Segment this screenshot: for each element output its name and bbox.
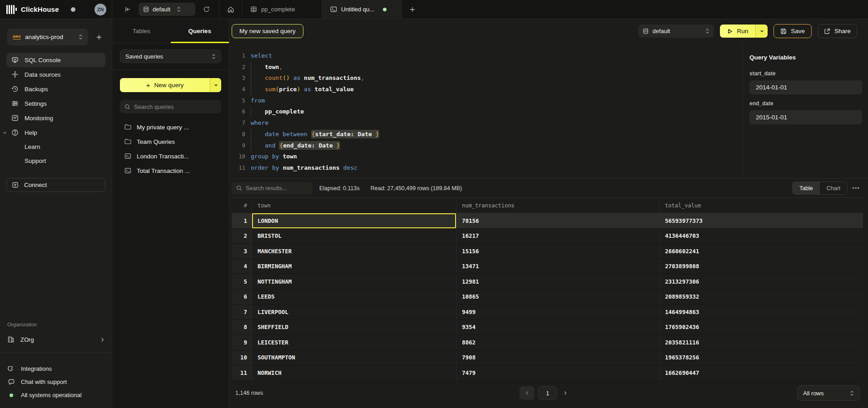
saved-query-item[interactable]: My private query ... <box>112 120 229 134</box>
search-queries-input[interactable] <box>134 103 217 110</box>
sidebar-item-learn[interactable]: Learn <box>6 140 105 154</box>
connect-button[interactable]: Connect <box>6 178 105 192</box>
sql-editor[interactable]: 1select2town,3count() as num_transaction… <box>229 43 743 178</box>
table-cell[interactable]: 2703899808 <box>660 259 863 274</box>
table-row[interactable]: 10SOUTHAMPTON79081965378256 <box>232 350 863 366</box>
table-cell[interactable]: 7908 <box>456 350 660 365</box>
row-number-cell[interactable]: 10 <box>232 350 252 365</box>
collapse-sidebar-button[interactable] <box>121 3 134 16</box>
row-number-cell[interactable]: 11 <box>232 365 252 380</box>
page-size-select[interactable]: All rows <box>797 385 860 401</box>
sidebar-item-data-sources[interactable]: Data sources <box>6 67 105 82</box>
table-row[interactable]: 1LONDON7815656593977373 <box>232 213 863 229</box>
table-row[interactable]: 9LEICESTER88622035821116 <box>232 335 863 350</box>
table-row[interactable]: 5NOTTINGHAM129812313297306 <box>232 274 863 290</box>
row-number-cell[interactable]: 5 <box>232 274 252 289</box>
row-number-cell[interactable]: 8 <box>232 320 252 335</box>
home-tab[interactable] <box>219 0 242 19</box>
table-cell[interactable]: LIVERPOOL <box>252 305 456 320</box>
code-line[interactable]: 11order by num_transactions desc <box>229 162 743 174</box>
table-cell[interactable]: NOTTINGHAM <box>252 274 456 289</box>
table-cell[interactable]: 56593977373 <box>660 213 863 228</box>
saved-query-name-pill[interactable]: My new saved query <box>232 24 303 38</box>
search-queries-box[interactable] <box>120 100 221 113</box>
table-row[interactable]: 7LIVERPOOL94991464994863 <box>232 305 863 320</box>
code-line[interactable]: 4sum(price) as total_value <box>229 84 743 95</box>
start-date-input[interactable] <box>749 80 862 94</box>
new-query-dropdown-button[interactable] <box>210 78 221 92</box>
table-cell[interactable]: 2035821116 <box>660 335 863 350</box>
tab-untitled-query[interactable]: Untitled qu... <box>322 0 402 19</box>
code-line[interactable]: 8date between {start_date: Date } <box>229 129 743 140</box>
avatar[interactable]: ZN <box>94 4 106 15</box>
table-cell[interactable]: 10865 <box>456 290 660 305</box>
sidebar-item-sql-console[interactable]: SQL Console <box>6 53 105 67</box>
run-button[interactable]: Run <box>720 25 768 38</box>
workspace-selector[interactable]: aws analytics-prod <box>7 29 88 45</box>
column-header[interactable]: town <box>252 198 456 213</box>
table-row[interactable]: 8SHEFFIELD93541765902436 <box>232 320 863 335</box>
previous-page-button[interactable] <box>520 386 535 400</box>
row-number-cell[interactable]: 9 <box>232 335 252 350</box>
column-header[interactable]: num_transactions <box>456 198 660 213</box>
table-cell[interactable]: 4136446703 <box>660 229 863 244</box>
table-cell[interactable]: 8862 <box>456 335 660 350</box>
table-cell[interactable]: 12981 <box>456 274 660 289</box>
table-row[interactable]: 2BRISTOL162174136446703 <box>232 229 863 244</box>
table-cell[interactable]: 1464994863 <box>660 305 863 320</box>
table-cell[interactable]: LEICESTER <box>252 335 456 350</box>
sidebar-item-integrations[interactable]: Integrations <box>0 362 112 375</box>
table-cell[interactable]: BIRMINGHAM <box>252 259 456 274</box>
current-page-indicator[interactable]: 1 <box>538 386 557 400</box>
saved-queries-filter-select[interactable]: Saved queries <box>120 49 221 63</box>
code-line[interactable]: 1select <box>229 50 743 62</box>
code-line[interactable]: 3count() as num_transactions, <box>229 73 743 84</box>
run-options-button[interactable] <box>755 25 768 38</box>
table-cell[interactable]: 2660602241 <box>660 244 863 259</box>
code-line[interactable]: 6pp_complete <box>229 106 743 118</box>
code-line[interactable]: 5from <box>229 95 743 107</box>
table-cell[interactable]: LEEDS <box>252 290 456 305</box>
sidebar-item-chat-support[interactable]: Chat with support <box>0 375 112 388</box>
next-page-button[interactable] <box>561 391 570 395</box>
saved-query-item[interactable]: Team Queries <box>112 134 229 149</box>
view-chart-button[interactable]: Chart <box>820 182 848 194</box>
table-cell[interactable]: 1765902436 <box>660 320 863 335</box>
table-cell[interactable]: 9499 <box>456 305 660 320</box>
sidebar-item-settings[interactable]: Settings <box>6 96 105 111</box>
saved-query-item[interactable]: Total Transaction ... <box>112 163 229 178</box>
table-cell[interactable]: 1965378256 <box>660 350 863 365</box>
saved-query-item[interactable]: London Transacti... <box>112 149 229 163</box>
code-line[interactable]: 2town, <box>229 62 743 73</box>
search-results-input[interactable] <box>246 185 308 192</box>
new-tab-button[interactable] <box>402 0 423 19</box>
more-options-icon[interactable]: ••• <box>852 185 860 192</box>
column-header[interactable]: # <box>232 198 252 213</box>
run-main[interactable]: Run <box>720 25 755 38</box>
database-selector[interactable]: default <box>139 3 195 16</box>
table-cell[interactable]: NORWICH <box>252 365 456 380</box>
row-number-cell[interactable]: 3 <box>232 244 252 259</box>
sidebar-item-system-status[interactable]: All systems operational <box>0 388 112 402</box>
row-number-cell[interactable]: 6 <box>232 290 252 305</box>
search-results-box[interactable] <box>232 182 312 194</box>
table-cell[interactable]: 7479 <box>456 365 660 380</box>
table-cell[interactable]: 13471 <box>456 259 660 274</box>
row-number-cell[interactable]: 2 <box>232 229 252 244</box>
table-row[interactable]: 11NORWICH74791662690447 <box>232 365 863 381</box>
row-number-cell[interactable]: 4 <box>232 259 252 274</box>
tab-tables[interactable]: Tables <box>112 19 171 43</box>
row-number-cell[interactable]: 1 <box>232 213 252 228</box>
save-button[interactable]: Save <box>774 24 812 38</box>
table-cell[interactable]: 16217 <box>456 229 660 244</box>
organization-switcher[interactable]: ZOrg <box>0 333 112 346</box>
code-line[interactable]: 7where <box>229 118 743 129</box>
code-line[interactable]: 10group by town <box>229 151 743 162</box>
sidebar-item-monitoring[interactable]: Monitoring <box>6 111 105 125</box>
table-cell[interactable]: BRISTOL <box>252 229 456 244</box>
table-row[interactable]: 4BIRMINGHAM134712703899808 <box>232 259 863 275</box>
table-cell[interactable]: MANCHESTER <box>252 244 456 259</box>
share-button[interactable]: Share <box>818 24 857 38</box>
run-database-selector[interactable]: default <box>638 25 714 38</box>
new-query-main[interactable]: + New query <box>120 78 210 92</box>
